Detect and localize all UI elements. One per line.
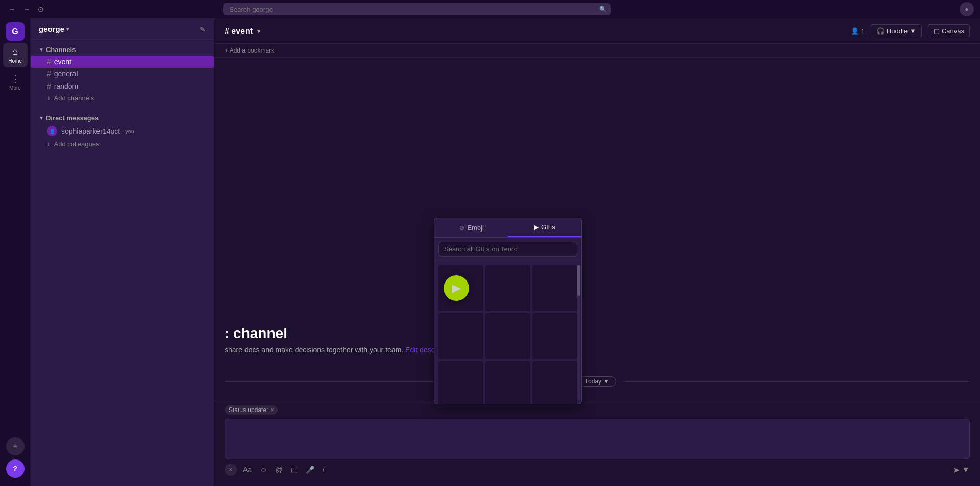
- search-input[interactable]: [223, 3, 611, 15]
- tab-emoji[interactable]: ☺ Emoji: [434, 218, 508, 237]
- today-chevron-icon: ▼: [603, 378, 609, 385]
- gif-cell-5[interactable]: [485, 313, 530, 359]
- tenor-cursor: ▶: [444, 275, 469, 301]
- channel-body: : channel share docs and make decisions …: [214, 58, 980, 401]
- status-tag: Status update: ×: [225, 405, 278, 415]
- gif-cell-7[interactable]: [438, 361, 483, 404]
- divider-line-right: [622, 381, 970, 382]
- main-content: # event ▼ 👤 1 🎧 Huddle ▼ ▢ Canvas: [214, 18, 980, 486]
- dm-section: ▼ Direct messages 👤 sophiaparker14oct yo…: [31, 108, 214, 154]
- channel-item-random[interactable]: # random: [31, 80, 214, 92]
- member-count[interactable]: 👤 1: [851, 27, 865, 35]
- workspace-name[interactable]: george ▾: [39, 24, 69, 33]
- nav-controls: ← → ⊙: [6, 3, 47, 15]
- gif-cell-8[interactable]: [485, 361, 530, 404]
- search-icon: 🔍: [599, 6, 607, 13]
- mention-button[interactable]: @: [273, 464, 284, 476]
- gif-cell-4[interactable]: [438, 313, 483, 359]
- hash-icon: #: [47, 82, 51, 90]
- channels-section-header[interactable]: ▼ Channels: [31, 44, 214, 56]
- scrollbar-track: [577, 265, 580, 400]
- plus-icon: +: [47, 94, 51, 102]
- emoji-tab-icon: ☺: [458, 224, 465, 232]
- emoji-button[interactable]: ☺: [258, 464, 269, 476]
- canvas-icon: ▢: [934, 27, 940, 35]
- dm-section-header[interactable]: ▼ Direct messages: [31, 112, 214, 124]
- welcome-section: : channel share docs and make decisions …: [225, 315, 970, 364]
- person-icon: 👤: [851, 27, 859, 35]
- channel-item-general[interactable]: # general: [31, 68, 214, 80]
- audio-button[interactable]: 🎤: [304, 464, 316, 476]
- title-bar-right: ●: [960, 2, 974, 16]
- dm-item-sophia[interactable]: 👤 sophiaparker14oct you: [31, 124, 214, 138]
- channel-item-event[interactable]: # event: [31, 56, 214, 68]
- message-input-area: × Aa ☺ @ ▢ 🎤 / ➤ ▼: [214, 419, 980, 486]
- icon-bar: G ⌂ Home ⋮ More + ?: [0, 18, 31, 486]
- main-layout: G ⌂ Home ⋮ More + ? george ▾ ✎ ▼ Channel…: [0, 18, 980, 486]
- cancel-icon: ×: [229, 466, 232, 473]
- channel-welcome-title: : channel: [225, 325, 970, 342]
- icon-bar-bottom: + ?: [6, 437, 24, 482]
- channel-header: # event ▼ 👤 1 🎧 Huddle ▼ ▢ Canvas: [214, 18, 980, 44]
- slash-button[interactable]: /: [321, 464, 327, 476]
- home-icon: ⌂: [12, 46, 18, 57]
- sidebar-item-more[interactable]: ⋮ More: [3, 69, 28, 94]
- gif-search-input[interactable]: [438, 242, 577, 257]
- gif-grid: ▶: [434, 261, 581, 404]
- cancel-formatting-button[interactable]: ×: [225, 464, 237, 476]
- gif-cell-2[interactable]: [485, 265, 530, 311]
- emoji-gif-picker: ☺ Emoji ▶ GIFs ▶: [434, 218, 582, 404]
- channel-chevron-icon: ▼: [256, 28, 262, 35]
- channel-welcome-desc: share docs and make decisions together w…: [225, 346, 970, 354]
- huddle-button[interactable]: 🎧 Huddle ▼: [871, 24, 922, 37]
- dm-arrow-icon: ▼: [39, 115, 44, 121]
- more-icon: ⋮: [11, 73, 20, 84]
- channels-section: ▼ Channels # event # general # random + …: [31, 40, 214, 108]
- send-expand-button[interactable]: ▼: [962, 465, 970, 474]
- gif-cell-9[interactable]: [532, 361, 577, 404]
- sidebar: george ▾ ✎ ▼ Channels # event # general …: [31, 18, 214, 486]
- help-button[interactable]: ?: [6, 459, 24, 478]
- video-button[interactable]: ▢: [289, 464, 300, 476]
- channels-arrow-icon: ▼: [39, 47, 44, 53]
- workspace-chevron: ▾: [66, 26, 69, 32]
- canvas-button[interactable]: ▢ Canvas: [928, 24, 970, 37]
- search-bar: 🔍: [223, 3, 611, 15]
- forward-button[interactable]: →: [20, 3, 33, 15]
- tab-gifs[interactable]: ▶ GIFs: [508, 218, 581, 237]
- hash-icon: #: [47, 70, 51, 78]
- notification-button[interactable]: ●: [960, 2, 974, 16]
- picker-tabs: ☺ Emoji ▶ GIFs: [434, 218, 581, 238]
- sidebar-header: george ▾ ✎: [31, 18, 214, 40]
- channel-title[interactable]: # event ▼: [225, 27, 262, 36]
- gif-cell-1[interactable]: ▶: [438, 265, 483, 311]
- message-send-right: ➤ ▼: [953, 465, 970, 475]
- huddle-chevron-icon: ▼: [910, 27, 916, 35]
- back-button[interactable]: ←: [6, 3, 18, 15]
- message-tool-left: × Aa ☺ @ ▢ 🎤 /: [225, 464, 327, 476]
- hash-icon: #: [47, 58, 51, 66]
- message-toolbar: × Aa ☺ @ ▢ 🎤 / ➤ ▼: [225, 459, 970, 478]
- add-channels-button[interactable]: + Add channels: [31, 92, 214, 104]
- add-colleagues-button[interactable]: + Add colleagues: [31, 138, 214, 150]
- edit-workspace-button[interactable]: ✎: [200, 25, 206, 33]
- history-button[interactable]: ⊙: [35, 3, 47, 15]
- bookmark-bar[interactable]: + Add a bookmark: [214, 44, 980, 58]
- scrollbar-thumb[interactable]: [577, 265, 580, 296]
- send-button[interactable]: ➤: [953, 465, 960, 475]
- gif-cell-6[interactable]: [532, 313, 577, 359]
- headphone-icon: 🎧: [876, 27, 885, 35]
- channel-header-right: 👤 1 🎧 Huddle ▼ ▢ Canvas: [851, 24, 970, 37]
- gif-cell-3[interactable]: [532, 265, 577, 311]
- status-close-button[interactable]: ×: [270, 406, 274, 414]
- message-box[interactable]: [225, 419, 970, 459]
- format-button[interactable]: Aa: [241, 464, 254, 476]
- sidebar-item-home[interactable]: ⌂ Home: [3, 43, 28, 67]
- add-workspace-button[interactable]: +: [6, 437, 24, 455]
- today-divider: Today ▼: [225, 372, 970, 391]
- title-bar: ← → ⊙ 🔍 ●: [0, 0, 980, 18]
- dm-avatar: 👤: [47, 126, 57, 136]
- plus-icon: +: [47, 140, 51, 148]
- workspace-avatar[interactable]: G: [6, 22, 24, 41]
- today-button[interactable]: Today ▼: [578, 376, 616, 387]
